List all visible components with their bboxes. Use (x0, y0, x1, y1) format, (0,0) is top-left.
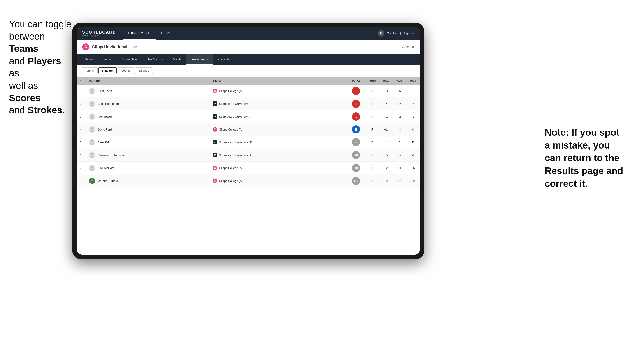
player-avatar (89, 101, 95, 107)
svg-point-9 (91, 140, 93, 143)
table-row: 7 Blair McHargCClippd College [A]+8F+2+1… (77, 162, 420, 174)
team-icon-clippd: C (213, 166, 217, 170)
teams-bold: Teams (9, 43, 38, 54)
tab-details[interactable]: Details (80, 54, 98, 65)
note-line1: Note: If you spot (545, 127, 620, 138)
nav-teams[interactable]: TEAMS (156, 27, 176, 40)
table-row: 6 Cameron RobertsonSBScoreboard Universi… (77, 149, 420, 162)
tab-printables[interactable]: Printables (213, 54, 235, 65)
sign-out-link[interactable]: Sign out (404, 32, 414, 35)
tab-tee-groups[interactable]: Tee Groups (143, 54, 167, 65)
cell-total: -4 (347, 97, 365, 110)
svg-point-7 (91, 127, 93, 130)
cell-rd1: +2 (379, 162, 393, 174)
team-icon-clippd: C (213, 178, 217, 183)
svg-point-4 (90, 104, 94, 107)
player-avatar (89, 126, 95, 133)
cell-team: SBScoreboard University [A] (210, 136, 347, 149)
nav-tournaments[interactable]: TOURNAMENTS (123, 27, 156, 40)
subtab-scores[interactable]: Scores (118, 67, 134, 74)
cell-rd1: +3 (379, 85, 393, 97)
tablet-screen: SCOREBOARD Powered by clippd TOURNAMENTS… (77, 27, 420, 255)
team-icon-clippd: C (213, 89, 217, 93)
team-icon-scoreboard: SB (213, 114, 217, 119)
tab-nav: Details Teams Course Setup Tee Groups Re… (77, 54, 420, 65)
subtab-strokes[interactable]: Strokes (135, 67, 153, 74)
cell-thru: F (365, 123, 379, 136)
team-icon-scoreboard: SB (213, 101, 217, 106)
subtab-teams[interactable]: Teams (81, 67, 98, 74)
user-avatar: U (378, 30, 384, 36)
svg-point-11 (91, 153, 93, 155)
logo-subtitle: Powered by clippd (82, 34, 116, 37)
cell-rd1: +1 (379, 110, 393, 123)
col-team: TEAM (210, 77, 347, 85)
table-row: 1 Elliot EbertCClippd College [A]-8F+3-6… (77, 85, 420, 97)
player-name: Elliot Ebert (98, 89, 112, 93)
cell-thru: F (365, 85, 379, 97)
team-name: Scoreboard University [A] (219, 154, 252, 157)
tab-leaderboards[interactable]: Leaderboards (186, 54, 213, 65)
svg-point-5 (91, 115, 93, 117)
score-badge: -2 (352, 113, 360, 121)
table-row: 3 Rich ButlerSBScoreboard University [A]… (77, 110, 420, 123)
svg-point-16 (90, 181, 94, 184)
cancel-label: Cancel (400, 45, 410, 49)
note-line3: can return to the (545, 153, 620, 163)
player-avatar (89, 178, 95, 184)
subtab-players[interactable]: Players (98, 67, 116, 74)
note-line4: Results page and (545, 166, 623, 176)
cell-rd1: +2 (379, 174, 393, 187)
logo-brand: clippd (94, 34, 99, 37)
cancel-icon: ✕ (412, 45, 414, 49)
cell-player: Elliot Ebert (86, 85, 210, 97)
table-row: 2 Chris RobertsonSBScoreboard University… (77, 97, 420, 110)
tab-teams[interactable]: Teams (98, 54, 116, 65)
note-line5: correct it. (545, 178, 588, 189)
cell-rank: 6 (77, 149, 86, 162)
cell-rd3: -1 (406, 149, 420, 162)
cell-rd2: +7 (393, 174, 406, 187)
team-icon-scoreboard: SB (213, 153, 217, 157)
cell-player: Marcus Turners (86, 174, 210, 187)
player-name: David Ford (98, 128, 112, 131)
tournament-header: C Clippd Invitational (Men) Cancel ✕ (77, 40, 420, 54)
player-name: Rees Britt (98, 141, 110, 144)
cell-rd3: +3 (406, 123, 420, 136)
cell-rd2: +1 (393, 162, 406, 174)
cancel-button[interactable]: Cancel ✕ (400, 45, 414, 49)
table-row: 8 Marcus TurnersCClippd College [A]+11F+… (77, 174, 420, 187)
player-avatar (89, 88, 95, 94)
player-avatar (89, 139, 95, 145)
cell-rd2: +2 (393, 149, 406, 162)
score-badge: -8 (352, 87, 360, 95)
svg-point-3 (91, 102, 93, 104)
cell-player: Rich Butler (86, 110, 210, 123)
cell-rd3: +6 (406, 162, 420, 174)
cell-rank: 2 (77, 97, 86, 110)
tab-course-setup[interactable]: Course Setup (116, 54, 143, 65)
score-badge: +11 (352, 177, 360, 185)
cell-thru: F (365, 162, 379, 174)
cell-rd3: -4 (406, 97, 420, 110)
tournament-title-area: C Clippd Invitational (Men) (82, 43, 140, 50)
score-badge: -4 (352, 100, 360, 108)
col-rd1: RD1 (379, 77, 393, 85)
cell-rd1: -5 (379, 97, 393, 110)
table-row: 4 David FordCClippd College [A]EF+1-4+3 (77, 123, 420, 136)
team-name: Scoreboard University [A] (219, 115, 252, 118)
tournament-icon: C (82, 43, 90, 50)
svg-point-1 (91, 89, 93, 91)
cell-team: CClippd College [A] (210, 174, 347, 187)
player-avatar (89, 165, 95, 171)
team-name: Scoreboard University [A] (219, 141, 252, 144)
cell-total: +1 (347, 136, 365, 149)
svg-point-2 (90, 91, 94, 94)
cell-player: Blair McHarg (86, 162, 210, 174)
annotation-line1: You can toggle (9, 19, 71, 29)
tab-results[interactable]: Results (167, 54, 186, 65)
cell-thru: F (365, 149, 379, 162)
table-row: 5 Rees BrittSBScoreboard University [A]+… (77, 136, 420, 149)
players-bold: Players (28, 56, 61, 66)
logo-title: SCOREBOARD (82, 30, 116, 34)
